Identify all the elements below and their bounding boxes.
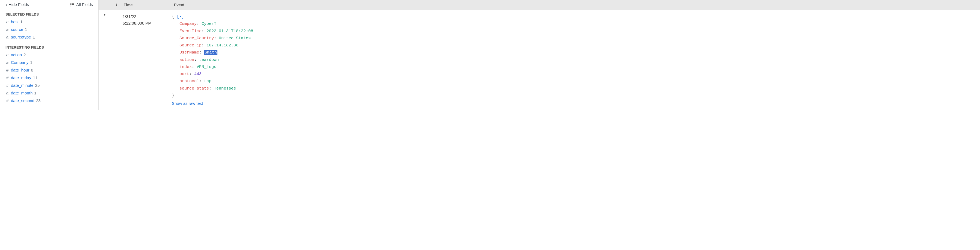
field-row[interactable]: #date_hour8 [5, 66, 93, 74]
field-count: 2 [24, 52, 25, 58]
all-fields-label: All Fields [76, 2, 93, 7]
json-kv: index: VPN_Logs [172, 63, 980, 71]
field-count: 1 [34, 90, 36, 97]
svg-point-4 [70, 5, 71, 6]
event-time: 6:22:08.000 PM [123, 20, 172, 27]
expand-event-button[interactable] [99, 13, 111, 16]
field-name: date_second [11, 97, 34, 104]
field-name: action [11, 52, 22, 58]
json-value[interactable]: tcp [204, 79, 212, 84]
svg-point-2 [70, 4, 71, 5]
field-type-icon: # [5, 82, 9, 89]
field-count: 1 [30, 59, 32, 66]
header-event[interactable]: Event [173, 3, 980, 7]
field-type-icon: a [5, 34, 9, 40]
field-row[interactable]: aCompany1 [5, 59, 93, 66]
json-value[interactable]: 107.14.182.38 [207, 43, 239, 48]
svg-rect-5 [72, 6, 74, 6]
field-count: 1 [20, 19, 22, 25]
all-fields-button[interactable]: All Fields [70, 2, 93, 7]
header-time[interactable]: Time [123, 3, 173, 7]
field-type-icon: a [5, 19, 9, 25]
json-close-brace: } [172, 92, 980, 99]
field-row[interactable]: #date_minute25 [5, 82, 93, 89]
field-row[interactable]: #date_mday11 [5, 74, 93, 82]
field-count: 23 [36, 97, 41, 104]
json-key[interactable]: UserName [180, 50, 199, 55]
field-count: 1 [25, 26, 27, 33]
field-type-icon: a [5, 26, 9, 33]
json-key[interactable]: source_state [180, 86, 209, 91]
json-key[interactable]: Source_Country [180, 36, 214, 41]
json-key[interactable]: action [180, 58, 194, 62]
field-name: date_hour [11, 67, 30, 73]
field-type-icon: # [5, 67, 9, 73]
json-kv: EventTime: 2022-01-31T18:22:08 [172, 28, 980, 35]
json-kv: source_state: Tennessee [172, 85, 980, 92]
event-json: { [-] Company: CyberTEventTime: 2022-01-… [172, 13, 980, 107]
header-info-icon[interactable]: i [111, 3, 123, 7]
field-count: 25 [35, 82, 40, 89]
field-row[interactable]: ahost1 [5, 18, 93, 26]
chevron-left-icon: ‹ [5, 2, 7, 7]
json-kv: UserName: Smith [172, 49, 980, 56]
field-count: 11 [33, 74, 37, 81]
svg-rect-1 [72, 3, 74, 3]
field-type-icon: # [5, 74, 9, 81]
json-value[interactable]: United States [219, 36, 251, 41]
field-type-icon: # [5, 97, 9, 104]
json-value[interactable]: VPN_Logs [197, 65, 216, 69]
field-row[interactable]: asource1 [5, 26, 93, 33]
list-icon [70, 2, 75, 7]
field-name: source [11, 26, 23, 33]
json-open-brace: { [172, 14, 174, 19]
json-key[interactable]: index [180, 65, 192, 69]
field-count: 1 [32, 34, 35, 40]
field-type-icon: a [5, 52, 9, 58]
json-pairs: Company: CyberTEventTime: 2022-01-31T18:… [172, 21, 980, 92]
json-value[interactable]: teardown [199, 58, 219, 62]
field-name: date_mday [11, 74, 31, 81]
field-count: 8 [31, 67, 33, 73]
field-row[interactable]: asourcetype1 [5, 33, 93, 41]
svg-rect-3 [72, 4, 74, 5]
json-key[interactable]: Source_ip [180, 43, 202, 48]
interesting-fields-title: INTERESTING FIELDS [5, 45, 93, 49]
chevron-right-icon [103, 13, 106, 16]
json-value[interactable]: Tennessee [214, 86, 236, 91]
field-type-icon: a [5, 59, 9, 66]
json-kv: action: teardown [172, 57, 980, 63]
field-name: host [11, 19, 19, 25]
field-type-icon: a [5, 90, 9, 97]
field-row[interactable]: #date_second23 [5, 97, 93, 104]
fields-sidebar: ‹ Hide Fields All Fields SELECTED FIELDS… [0, 0, 98, 110]
json-value[interactable]: 443 [194, 72, 202, 76]
json-key[interactable]: port [180, 72, 189, 76]
events-table-header: i Time Event [99, 0, 980, 10]
svg-point-0 [70, 3, 71, 3]
hide-fields-label: Hide Fields [8, 2, 29, 7]
field-row[interactable]: adate_month1 [5, 89, 93, 97]
json-collapse-toggle[interactable]: [-] [177, 14, 184, 19]
json-key[interactable]: Company [180, 22, 197, 26]
json-value[interactable]: 2022-01-31T18:22:08 [207, 29, 253, 33]
sidebar-top-row: ‹ Hide Fields All Fields [5, 2, 93, 7]
json-kv: Source_Country: United States [172, 35, 980, 42]
json-kv: Source_ip: 107.14.182.38 [172, 42, 980, 49]
show-raw-text-link[interactable]: Show as raw text [172, 100, 980, 107]
json-key[interactable]: protocol [180, 79, 199, 84]
field-name: sourcetype [11, 34, 31, 40]
event-row: 1/31/22 6:22:08.000 PM { [-] Company: Cy… [99, 10, 980, 107]
field-row[interactable]: aaction2 [5, 51, 93, 59]
interesting-fields-list: aaction2aCompany1#date_hour8#date_mday11… [5, 51, 93, 104]
events-panel: i Time Event 1/31/22 6:22:08.000 PM { [-… [99, 0, 980, 110]
event-date: 1/31/22 [123, 13, 172, 20]
json-key[interactable]: EventTime [180, 29, 202, 33]
event-time-cell: 1/31/22 6:22:08.000 PM [123, 13, 172, 27]
json-value[interactable]: Smith [204, 50, 217, 55]
selected-fields-list: ahost1asource1asourcetype1 [5, 18, 93, 41]
hide-fields-button[interactable]: ‹ Hide Fields [5, 2, 29, 7]
json-value[interactable]: CyberT [202, 22, 216, 26]
field-name: date_minute [11, 82, 33, 89]
json-kv: protocol: tcp [172, 78, 980, 85]
